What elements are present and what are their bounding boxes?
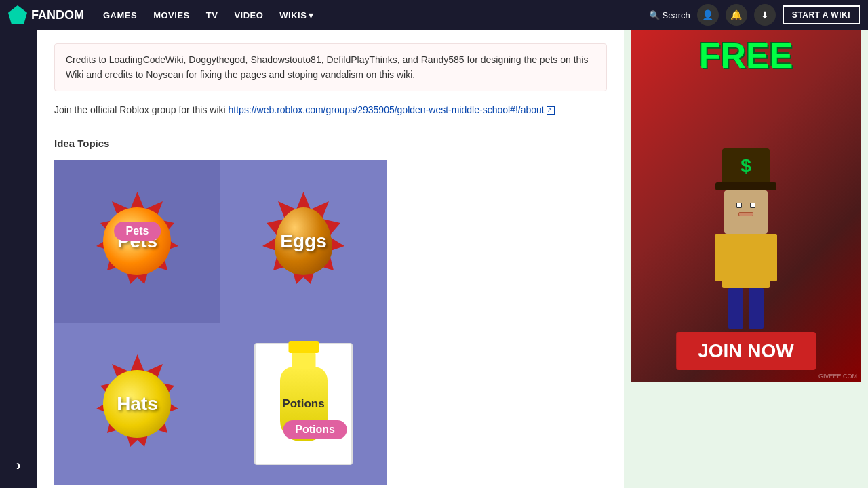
search-bar[interactable]: 🔍 Search [649,10,690,20]
download-icon[interactable]: ⬇ [754,4,776,26]
right-sidebar: FREE $ [624,30,868,488]
char-hat-dollar: $ [741,155,751,177]
char-eye-right [750,203,755,208]
topic-card-potions[interactable]: Potions Potions [220,323,387,485]
nav-tv[interactable]: TV [199,6,225,24]
char-body: $ [722,234,770,288]
ad-watermark: GIVEEE.COM [818,373,857,380]
char-face [731,197,761,216]
pets-starburst: Pets [85,189,190,294]
idea-topics-section: Idea Topics Pets [54,131,607,488]
credits-block: Credits to LoadingCodeWiki, Doggythegod,… [54,43,607,92]
credits-text: Credits to LoadingCodeWiki, Doggythegod,… [66,52,595,83]
ad-character: $ $ [678,121,814,325]
join-text-prefix: Join the official Roblox group for this … [54,104,229,115]
search-label: Search [663,10,690,20]
potion-cap [288,341,319,353]
external-link-icon [547,106,555,115]
eggs-starburst: Eggs [251,189,356,294]
left-sidebar: › [0,30,37,488]
potion-neck [292,352,315,369]
topics-grid: Pets Pets Eggs [54,160,387,485]
topics-row-2: Hats Potions Potions [54,323,387,485]
potions-box: Potions [254,343,353,465]
hats-label: Hats [117,393,158,415]
char-mouth [738,212,753,216]
sidebar-toggle[interactable]: › [16,457,21,474]
start-wiki-button[interactable]: START A WIKI [783,5,860,24]
notification-bell[interactable]: 🔔 [726,4,747,26]
wiki-link[interactable]: https://web.roblox.com/groups/2935905/go… [229,104,545,115]
user-avatar[interactable]: 👤 [697,4,719,26]
topics-row-1: Pets Pets Eggs [54,160,387,323]
idea-topics-title: Idea Topics [54,138,607,149]
potions-label: Potions [282,397,324,411]
hats-starburst: Hats [85,352,190,457]
potions-hover-badge: Potions [283,420,347,439]
wikis-chevron-icon: ▾ [309,10,314,20]
topic-card-eggs[interactable]: Eggs [220,160,387,323]
char-leg-left [728,288,743,329]
ad-join-button[interactable]: JOIN NOW [676,332,816,370]
join-text: Join the official Roblox group for this … [54,102,607,117]
char-leg-right [749,288,764,329]
content-area: Credits to LoadingCodeWiki, Doggythegod,… [37,30,624,488]
navbar: FANDOM GAMES MOVIES TV VIDEO WIKIS ▾ 🔍 S… [0,0,868,30]
pets-hover-badge: Pets [114,222,161,241]
char-eye-left [736,203,742,208]
nav-games[interactable]: GAMES [96,6,144,24]
topic-card-hats[interactable]: Hats [54,323,220,485]
main-layout: › Credits to LoadingCodeWiki, Doggythego… [0,30,868,488]
char-eyes [736,203,755,208]
fandom-logo-icon [8,5,27,24]
topic-card-pets[interactable]: Pets Pets [54,160,220,323]
nav-video[interactable]: VIDEO [227,6,270,24]
nav-movies[interactable]: MOVIES [146,6,197,24]
nav-right: 🔍 Search 👤 🔔 ⬇ START A WIKI [649,4,860,26]
nav-wikis[interactable]: WIKIS ▾ [273,6,321,24]
nav-items: GAMES MOVIES TV VIDEO WIKIS ▾ [96,6,637,24]
char-hat-brim [715,182,776,190]
fandom-logo-text: FANDOM [31,8,84,22]
ad-container: FREE $ [631,30,861,382]
eggs-label: Eggs [280,230,326,252]
roblox-character: $ $ [698,148,793,325]
ad-free-text: FREE [699,35,793,76]
fandom-logo[interactable]: FANDOM [8,5,84,24]
search-icon: 🔍 [649,10,660,20]
